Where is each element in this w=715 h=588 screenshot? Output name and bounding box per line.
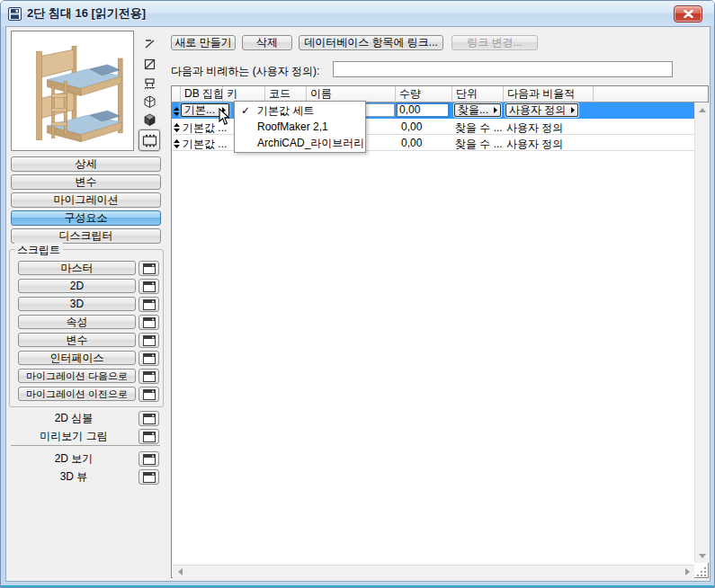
open-window-view-3d-button[interactable] xyxy=(139,469,159,485)
proportional-input[interactable] xyxy=(333,61,673,77)
script-parameters-button[interactable]: 변수 xyxy=(18,333,136,347)
db-set-dropdown-button[interactable]: 기본... xyxy=(181,103,229,117)
header-filler xyxy=(594,86,708,102)
script-3d-button[interactable]: 3D xyxy=(18,297,136,311)
resize-grip-icon xyxy=(694,565,709,578)
change-link-label: 링크 변경... xyxy=(467,35,522,50)
tab-detail-label: 상세 xyxy=(76,156,97,172)
sidebar-divider xyxy=(11,445,160,446)
popup-arrow-icon xyxy=(571,107,575,113)
window-icon xyxy=(143,317,156,328)
scroll-left-icon xyxy=(178,568,183,575)
preview-picture-icon[interactable] xyxy=(139,129,160,151)
wireframe-3d-icon[interactable] xyxy=(141,94,157,110)
menu-item-default-set[interactable]: ✓ 기본값 세트 xyxy=(235,102,365,119)
script-2d-label: 2D xyxy=(70,280,84,292)
change-link-button: 링크 변경... xyxy=(451,35,538,50)
tab-descriptor[interactable]: 디스크립터 xyxy=(11,228,161,244)
menu-item-label: RoofMaker 2,1 xyxy=(257,120,328,133)
script-properties-button[interactable]: 속성 xyxy=(18,315,136,329)
menu-item-roofmaker[interactable]: RoofMaker 2,1 xyxy=(235,119,365,135)
menu-item-label: 기본값 세트 xyxy=(257,104,314,117)
delete-button[interactable]: 삭제 xyxy=(242,35,292,50)
link-to-database-button[interactable]: 데이터베이스 항목에 링크... xyxy=(299,35,443,50)
open-window-properties-button[interactable] xyxy=(139,315,159,330)
unit-value: 찾을... xyxy=(458,102,488,118)
menu-item-archicad-library[interactable]: ArchiCAD_라이브러리 xyxy=(235,135,365,151)
row-drag-handle-icon[interactable] xyxy=(174,106,180,119)
new-button[interactable]: 새로 만들기 xyxy=(171,35,236,50)
scroll-down-button[interactable] xyxy=(695,548,710,563)
open-window-parameters-button[interactable] xyxy=(139,333,159,348)
open-window-preview-picture-button[interactable] xyxy=(139,429,159,444)
script-migration-backward-button[interactable]: 마이그레이션 이전으로 xyxy=(18,387,136,401)
delete-button-label: 삭제 xyxy=(256,35,278,50)
open-window-view-2d-button[interactable] xyxy=(139,451,159,467)
view-2d-label: 2D 보기 xyxy=(11,451,137,467)
scroll-left-button[interactable] xyxy=(173,565,187,579)
checkmark-icon: ✓ xyxy=(241,102,250,119)
dialog-window: 2단 침대 16 [읽기전용] xyxy=(0,0,715,588)
proportional-dropdown-button[interactable]: 사용자 정의 xyxy=(505,103,578,117)
script-master-button[interactable]: 마스터 xyxy=(18,261,136,275)
scroll-right-icon xyxy=(685,568,690,575)
script-interface-label: 인터페이스 xyxy=(50,351,104,366)
line-view-icon[interactable] xyxy=(141,36,157,52)
window-icon xyxy=(143,389,156,400)
script-2d-button[interactable]: 2D xyxy=(18,279,136,293)
tab-detail[interactable]: 상세 xyxy=(11,156,161,172)
quantity-cell: 0,00 xyxy=(401,120,422,133)
row-drag-handle-icon[interactable] xyxy=(174,122,180,135)
open-window-migration-forward-button[interactable] xyxy=(139,369,159,384)
resize-grip[interactable] xyxy=(694,565,709,578)
popup-arrow-icon xyxy=(494,107,497,113)
tab-components[interactable]: 구성요소 xyxy=(11,210,161,226)
close-icon xyxy=(684,10,693,18)
quantity-value: 0,00 xyxy=(399,103,420,116)
window-icon xyxy=(143,335,156,346)
header-proportional: 다음과 비율적 xyxy=(504,86,594,102)
preview-picture-label: 미리보기 그림 xyxy=(11,429,137,444)
proportional-value: 사용자 정의 xyxy=(509,102,566,118)
unit-cell: 찾을 수 ... xyxy=(455,120,503,136)
script-3d-label: 3D xyxy=(70,298,84,310)
title-bar[interactable]: 2단 침대 16 [읽기전용] xyxy=(1,1,714,26)
tab-migration[interactable]: 마이그레이션 xyxy=(11,192,161,208)
tab-parameters[interactable]: 변수 xyxy=(11,174,161,190)
horizontal-scrollbar[interactable] xyxy=(173,565,694,578)
db-set-value: 기본... xyxy=(184,102,215,118)
open-window-3d-button[interactable] xyxy=(139,297,159,312)
open-window-interface-button[interactable] xyxy=(139,351,159,366)
close-button[interactable] xyxy=(674,5,702,22)
bunk-bed-preview-image xyxy=(12,31,133,150)
script-parameters-label: 변수 xyxy=(67,333,88,348)
elevation-view-icon[interactable] xyxy=(141,75,157,91)
popup-arrow-icon xyxy=(222,107,226,113)
unit-dropdown-button[interactable]: 찾을... xyxy=(454,103,501,117)
scroll-right-button[interactable] xyxy=(680,565,694,579)
scroll-down-icon xyxy=(699,554,706,558)
open-window-master-button[interactable] xyxy=(139,261,159,276)
proportional-label: 다음과 비례하는 (사용자 정의): xyxy=(171,64,319,79)
open-window-2d-button[interactable] xyxy=(139,279,159,294)
quantity-edit-field[interactable]: 0,00 xyxy=(396,102,450,118)
script-migration-forward-button[interactable]: 마이그레이션 다음으로 xyxy=(18,369,136,383)
open-window-symbol-2d-button[interactable] xyxy=(139,411,159,426)
vertical-scrollbar[interactable] xyxy=(694,102,709,563)
script-group-label: 스크립트 xyxy=(14,243,63,258)
window-title: 2단 침대 16 [읽기전용] xyxy=(27,5,146,22)
dialog-client-area: 상세 변수 마이그레이션 구성요소 디스크립터 스크립트 마스터 2D 3D 속… xyxy=(5,26,711,582)
db-set-cell: 기본값 ... xyxy=(183,120,227,136)
row-drag-handle-icon[interactable] xyxy=(174,138,180,151)
script-interface-button[interactable]: 인터페이스 xyxy=(18,351,136,365)
shaded-3d-icon[interactable] xyxy=(141,111,157,128)
open-window-migration-backward-button[interactable] xyxy=(139,387,159,402)
window-icon xyxy=(143,371,156,382)
menu-item-label: ArchiCAD_라이브러리 xyxy=(257,137,364,149)
symbol-2d-icon[interactable] xyxy=(141,56,157,72)
window-icon xyxy=(143,432,156,442)
header-unit: 단위 xyxy=(452,86,504,102)
scroll-up-button[interactable] xyxy=(695,102,710,117)
quantity-cell: 0,00 xyxy=(401,137,422,149)
window-icon xyxy=(143,472,156,483)
